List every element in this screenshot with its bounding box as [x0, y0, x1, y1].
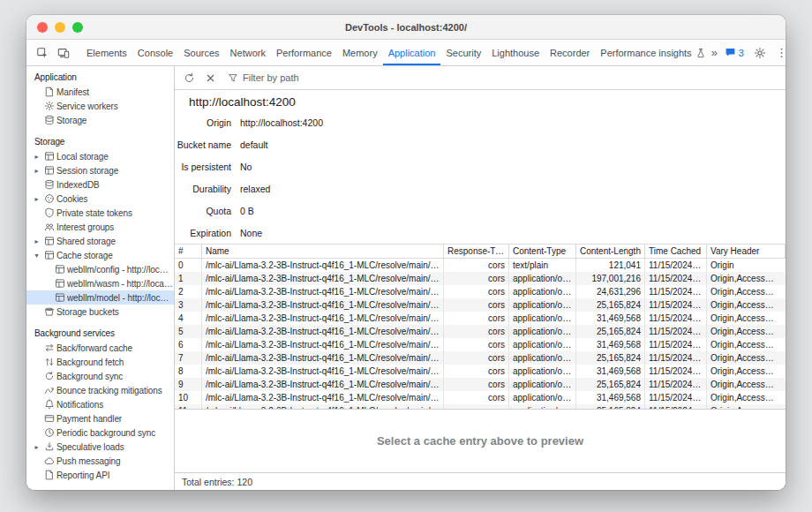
metadata-label: Expiration — [175, 228, 231, 238]
refresh-icon[interactable] — [180, 69, 198, 87]
table-cell-text: application/oc… — [513, 313, 572, 323]
expand-arrow-icon[interactable]: ▸ — [32, 443, 41, 451]
sidebar-item-webllm-wasm-http-loca[interactable]: webllm/wasm - http://loca… — [26, 276, 174, 290]
metadata-value: No — [240, 162, 252, 172]
tab-network[interactable]: Network — [225, 40, 271, 65]
column-header-time-cached[interactable]: Time Cached — [645, 245, 707, 258]
table-cell: application/oc… — [509, 351, 576, 365]
tab-console[interactable]: Console — [132, 40, 178, 65]
sidebar-item-speculative-loads[interactable]: ▸Speculative loads — [26, 440, 174, 454]
settings-gear-icon[interactable] — [751, 44, 769, 62]
device-toolbar-icon[interactable] — [55, 44, 72, 62]
column-header-label: Content-Type — [513, 246, 572, 256]
minimize-button[interactable] — [55, 22, 65, 33]
column-header-response-type[interactable]: Response-Type — [444, 245, 509, 258]
sidebar-item-cache-storage[interactable]: ▾Cache storage — [26, 248, 174, 262]
sidebar: ApplicationManifestService workersStorag… — [26, 66, 175, 490]
column-header-content-length[interactable]: Content-Length — [576, 245, 645, 258]
sidebar-item-background-sync[interactable]: Background sync — [26, 369, 174, 383]
cache-report: http://localhost:4200 Originhttp://local… — [175, 90, 786, 244]
table-row[interactable]: 1/mlc-ai/Llama-3.2-3B-Instruct-q4f16_1-M… — [175, 272, 786, 285]
sidebar-item-storage[interactable]: Storage — [26, 113, 174, 127]
table-cell-text: 11/15/2024, 10… — [649, 287, 703, 297]
sidebar-item-label: Local storage — [56, 152, 109, 162]
tab-application[interactable]: Application — [383, 40, 441, 65]
tab-lighthouse[interactable]: Lighthouse — [486, 40, 545, 65]
column-header-name[interactable]: Name — [202, 245, 444, 258]
sidebar-item-interest-groups[interactable]: Interest groups — [26, 220, 174, 234]
expand-arrow-icon[interactable]: ▸ — [32, 167, 41, 175]
sidebar-item-bounce-tracking-mitigations[interactable]: Bounce tracking mitigations — [26, 383, 174, 397]
filter-by-path-input[interactable]: Filter by path — [222, 72, 299, 83]
sidebar-item-periodic-background-sync[interactable]: Periodic background sync — [26, 425, 174, 440]
table-cell-text: application/oc… — [513, 393, 572, 403]
collapse-arrow-icon[interactable]: ▾ — [32, 252, 41, 260]
sidebar-item-webllm-model-http-loc[interactable]: webllm/model - http://loc… — [26, 290, 174, 305]
sidebar-item-background-fetch[interactable]: Background fetch — [26, 355, 174, 369]
table-cell-text: 121,041 — [580, 260, 641, 270]
column-header-content-type[interactable]: Content-Type — [509, 245, 576, 258]
table-cell: 197,001,216 — [576, 272, 645, 285]
table-row[interactable]: 9/mlc-ai/Llama-3.2-3B-Instruct-q4f16_1-M… — [175, 378, 786, 391]
table-row[interactable]: 4/mlc-ai/Llama-3.2-3B-Instruct-q4f16_1-M… — [175, 312, 786, 325]
sidebar-item-back-forward-cache[interactable]: Back/forward cache — [26, 341, 174, 355]
expand-arrow-icon[interactable]: ▸ — [32, 153, 41, 161]
table-row[interactable]: 6/mlc-ai/Llama-3.2-3B-Instruct-q4f16_1-M… — [175, 338, 786, 351]
tab-memory[interactable]: Memory — [337, 40, 383, 65]
table-row[interactable]: 8/mlc-ai/Llama-3.2-3B-Instruct-q4f16_1-M… — [175, 365, 786, 378]
sidebar-item-notifications[interactable]: Notifications — [26, 397, 174, 411]
metadata-label: Origin — [175, 117, 231, 128]
sidebar-section-background-services: Background services — [26, 327, 174, 341]
table-cell-text: 4 — [178, 313, 198, 323]
doc-icon — [41, 470, 56, 480]
groups-icon — [41, 222, 56, 232]
expand-arrow-icon[interactable]: ▸ — [32, 195, 41, 203]
table-row[interactable]: 10/mlc-ai/Llama-3.2-3B-Instruct-q4f16_1-… — [175, 391, 786, 404]
expand-arrow-icon[interactable]: ▸ — [32, 237, 41, 245]
sidebar-item-shared-storage[interactable]: ▸Shared storage — [26, 234, 174, 248]
cache-metadata: Originhttp://localhost:4200Bucket namede… — [175, 111, 786, 244]
tab-security[interactable]: Security — [440, 40, 486, 65]
sidebar-item-label: Notifications — [56, 400, 103, 410]
sidebar-item-payment-handler[interactable]: Payment handler — [26, 411, 174, 425]
tab-sources[interactable]: Sources — [178, 40, 224, 65]
sidebar-item-manifest[interactable]: Manifest — [26, 85, 174, 99]
column-header-vary-header[interactable]: Vary Header — [707, 245, 786, 258]
more-tabs-icon[interactable]: » — [711, 46, 718, 59]
kebab-menu-icon[interactable]: ⋮ — [776, 46, 786, 59]
table-row[interactable]: 5/mlc-ai/Llama-3.2-3B-Instruct-q4f16_1-M… — [175, 325, 786, 338]
sidebar-item-service-workers[interactable]: Service workers — [26, 99, 174, 113]
sidebar-item-webllm-config-http-loc[interactable]: webllm/config - http://loc… — [26, 262, 174, 276]
inspect-element-icon[interactable] — [34, 44, 51, 62]
table-cell-text: 25,165,824 — [580, 300, 641, 310]
tab-performance[interactable]: Performance — [271, 40, 337, 65]
sidebar-item-storage-buckets[interactable]: Storage buckets — [26, 305, 174, 319]
table-row[interactable]: 2/mlc-ai/Llama-3.2-3B-Instruct-q4f16_1-M… — [175, 285, 786, 298]
tab-performance-insights[interactable]: Performance insights — [595, 40, 710, 65]
table-row[interactable]: 7/mlc-ai/Llama-3.2-3B-Instruct-q4f16_1-M… — [175, 351, 786, 365]
table-row[interactable]: 3/mlc-ai/Llama-3.2-3B-Instruct-q4f16_1-M… — [175, 298, 786, 312]
tab-label: Recorder — [550, 48, 590, 58]
tab-recorder[interactable]: Recorder — [545, 40, 595, 65]
sidebar-item-session-storage[interactable]: ▸Session storage — [26, 163, 174, 177]
sidebar-item-label: Cookies — [56, 194, 87, 204]
sidebar-item-indexeddb[interactable]: IndexedDB — [26, 177, 174, 192]
sidebar-item-label: Session storage — [56, 166, 118, 176]
sidebar-item-label: Storage — [56, 116, 86, 125]
issues-badge[interactable]: 3 — [725, 47, 744, 58]
sidebar-item-local-storage[interactable]: ▸Local storage — [26, 149, 174, 163]
tab-elements[interactable]: Elements — [81, 40, 132, 65]
sidebar-item-reporting-api[interactable]: Reporting API — [26, 468, 174, 482]
sidebar-item-private-state-tokens[interactable]: Private state tokens — [26, 206, 174, 220]
delete-selected-icon[interactable] — [201, 69, 219, 87]
table-row[interactable]: 0/mlc-ai/Llama-3.2-3B-Instruct-q4f16_1-M… — [175, 259, 786, 272]
table-cell-text: Origin,Access… — [710, 327, 782, 336]
column-header-[interactable]: # — [175, 245, 202, 258]
close-button[interactable] — [37, 22, 48, 33]
sidebar-item-cookies[interactable]: ▸Cookies — [26, 192, 174, 206]
zoom-button[interactable] — [72, 22, 83, 33]
table-cell-text: application/oc… — [513, 353, 572, 363]
table-cell: /mlc-ai/Llama-3.2-3B-Instruct-q4f16_1-ML… — [202, 285, 444, 298]
table-cell-text: 5 — [178, 327, 198, 336]
sidebar-item-push-messaging[interactable]: Push messaging — [26, 454, 174, 468]
